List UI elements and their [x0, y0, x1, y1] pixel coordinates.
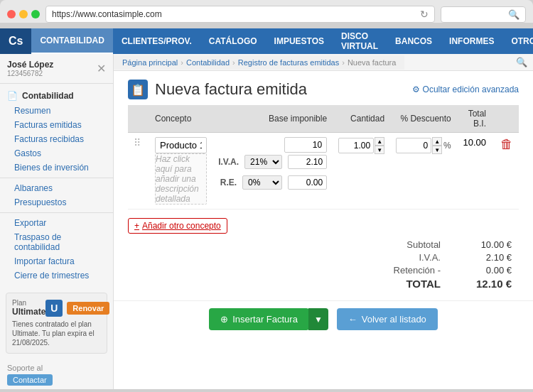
- nav-item-informes[interactable]: INFORMES: [441, 28, 502, 54]
- sidebar-link-importar[interactable]: Importar factura: [0, 254, 113, 268]
- nav-item-contabilidad[interactable]: CONTABILIDAD: [31, 28, 112, 54]
- nav-item-impuestos[interactable]: IMPUESTOS: [266, 28, 333, 54]
- breadcrumb-sep-2: ›: [232, 58, 235, 67]
- main-layout: José López 123456782 ✕ 📄 Contabilidad Re…: [0, 54, 533, 389]
- re-value-input[interactable]: [288, 175, 327, 190]
- search-icon: 🔍: [508, 9, 519, 20]
- advanced-label: Ocultar edición avanzada: [423, 85, 519, 94]
- contact-button[interactable]: Contactar: [7, 374, 53, 386]
- page-title: Nueva factura emitida: [155, 80, 307, 99]
- qty-down-button[interactable]: ▼: [375, 146, 384, 154]
- sidebar-support: Soporte al Contactar: [0, 359, 113, 390]
- concept-input[interactable]: [155, 137, 207, 153]
- drag-handle-cell[interactable]: ⠿: [128, 133, 149, 209]
- iva-value-input[interactable]: [288, 155, 327, 169]
- sidebar-link-facturas-recibidas[interactable]: Facturas recibidas: [0, 132, 113, 146]
- sidebar-link-resumen[interactable]: Resumen: [0, 104, 113, 118]
- discount-down-button[interactable]: ▼: [432, 146, 442, 154]
- plan-header: Plan Ultimate U Renovar: [12, 299, 101, 317]
- nav-items: CONTABILIDAD CLIENTES/PROV. CATÁLOGO IMP…: [31, 28, 533, 54]
- sidebar-link-bienes[interactable]: Bienes de inversión: [0, 160, 113, 175]
- base-input[interactable]: [284, 137, 327, 153]
- browser-chrome: https://www.contasimple.com ↻ 🔍: [0, 0, 533, 23]
- arrow-left-icon: ←: [348, 314, 357, 325]
- breadcrumb-sep-3: ›: [342, 58, 345, 67]
- sidebar-link-albaranes[interactable]: Albaranes: [0, 181, 113, 195]
- retencion-row: Retención - 0.00 €: [370, 265, 512, 276]
- sidebar-link-presupuestos[interactable]: Presupuestos: [0, 195, 113, 209]
- qty-up-button[interactable]: ▲: [375, 137, 384, 146]
- description-area[interactable]: Haz click aquí para añadir una descripci…: [155, 153, 207, 205]
- browser-search-bar[interactable]: 🔍: [441, 6, 526, 23]
- grand-total-value: 12.10 €: [455, 278, 512, 290]
- page-title-row: 📋 Nueva factura emitida: [128, 80, 307, 99]
- action-bar: ⊕ Insertar Factura ▼ ← Volver al listado: [114, 300, 533, 337]
- breadcrumb-registro[interactable]: Registro de facturas emitidas: [238, 58, 339, 67]
- nav-item-disco[interactable]: DISCO VIRTUAL: [333, 28, 387, 54]
- insert-dropdown-button[interactable]: ▼: [308, 308, 328, 330]
- sidebar-section-label: Contabilidad: [22, 91, 74, 101]
- iva-re-group: I.V.A. 21% 10% 4% 0%: [218, 153, 327, 192]
- sidebar-link-facturas-emitidas[interactable]: Facturas emitidas: [0, 118, 113, 132]
- re-row: R.E. 0% 1.4% 5.2%: [218, 173, 327, 192]
- qty-input[interactable]: [338, 138, 374, 153]
- pct-label: %: [443, 141, 451, 151]
- insert-label: Insertar Factura: [232, 314, 298, 325]
- breadcrumb-contabilidad[interactable]: Contabilidad: [186, 58, 230, 67]
- sidebar-link-traspaso[interactable]: Traspaso de contabilidad: [0, 230, 113, 254]
- refresh-icon[interactable]: ↻: [420, 9, 429, 20]
- sidebar-close-icon[interactable]: ✕: [97, 62, 106, 75]
- sidebar-plan: Plan Ultimate U Renovar Tienes contratad…: [6, 293, 107, 354]
- nav-item-bancos[interactable]: BANCOS: [387, 28, 441, 54]
- sidebar-user: José López 123456782 ✕: [0, 54, 113, 84]
- close-traffic-light[interactable]: [7, 10, 16, 18]
- add-concept-label: Añadir otro concepto: [142, 221, 221, 231]
- sidebar-link-exportar[interactable]: Exportar: [0, 216, 113, 230]
- plus-icon: +: [134, 221, 139, 231]
- nav-item-clientes[interactable]: CLIENTES/PROV.: [113, 28, 200, 54]
- user-name: José López: [7, 60, 53, 70]
- grand-total-label: TOTAL: [370, 278, 441, 290]
- delete-row-button[interactable]: 🗑: [500, 137, 513, 151]
- fullscreen-traffic-light[interactable]: [31, 10, 40, 18]
- drag-handle-icon[interactable]: ⠿: [134, 137, 141, 148]
- breadcrumb-sep-1: ›: [181, 58, 183, 67]
- discount-up-button[interactable]: ▲: [432, 137, 442, 146]
- insert-factura-button[interactable]: ⊕ Insertar Factura: [209, 308, 309, 330]
- qty-spinner: ▲ ▼: [338, 137, 384, 154]
- add-concept-link[interactable]: + Añadir otro concepto: [128, 218, 227, 234]
- renew-button[interactable]: Renovar: [67, 302, 109, 315]
- sidebar: José López 123456782 ✕ 📄 Contabilidad Re…: [0, 54, 114, 389]
- minimize-traffic-light[interactable]: [19, 10, 28, 18]
- back-to-list-button[interactable]: ← Volver al listado: [337, 308, 438, 330]
- support-label: Soporte al: [7, 364, 43, 372]
- address-bar[interactable]: https://www.contasimple.com ↻: [45, 6, 435, 23]
- total-cell: 10.00: [457, 133, 492, 209]
- breadcrumb-home[interactable]: Página principal: [122, 58, 178, 67]
- re-label: R.E.: [220, 178, 237, 187]
- re-select[interactable]: 0% 1.4% 5.2%: [242, 175, 282, 190]
- subtotal-value: 10.00 €: [455, 239, 512, 250]
- iva-select[interactable]: 21% 10% 4% 0%: [244, 155, 282, 169]
- discount-input[interactable]: [396, 138, 431, 153]
- url-text: https://www.contasimple.com: [52, 9, 162, 19]
- discount-cell: ▲ ▼ %: [390, 133, 457, 209]
- page-icon: 📋: [128, 80, 148, 99]
- cs-logo[interactable]: Cs: [0, 28, 31, 54]
- nav-item-catalogo[interactable]: CATÁLOGO: [200, 28, 266, 54]
- plus-circle-icon: ⊕: [220, 314, 228, 325]
- base-cell: I.V.A. 21% 10% 4% 0%: [212, 133, 333, 209]
- sidebar-link-cierre[interactable]: Cierre de trimestres: [0, 268, 113, 283]
- description-placeholder: Haz click aquí para añadir una descripci…: [156, 154, 206, 204]
- iva-total-label: I.V.A.: [370, 252, 441, 263]
- breadcrumb-search-icon[interactable]: 🔍: [510, 54, 533, 70]
- invoice-row: ⠿ Haz click aquí para añadir una descrip…: [128, 133, 519, 209]
- advanced-edit-link[interactable]: ⚙ Ocultar edición avanzada: [412, 85, 519, 94]
- col-base: Base imponible: [212, 105, 333, 133]
- invoice-table: Concepto Base imponible Cantidad % Descu…: [128, 105, 519, 209]
- sidebar-link-gastos[interactable]: Gastos: [0, 146, 113, 160]
- breadcrumb: Página principal › Contabilidad › Regist…: [114, 55, 404, 70]
- subtotal-label: Subtotal: [370, 239, 441, 250]
- nav-item-otros[interactable]: OTROS: [502, 28, 533, 54]
- sidebar-section-title: 📄 Contabilidad: [0, 88, 113, 104]
